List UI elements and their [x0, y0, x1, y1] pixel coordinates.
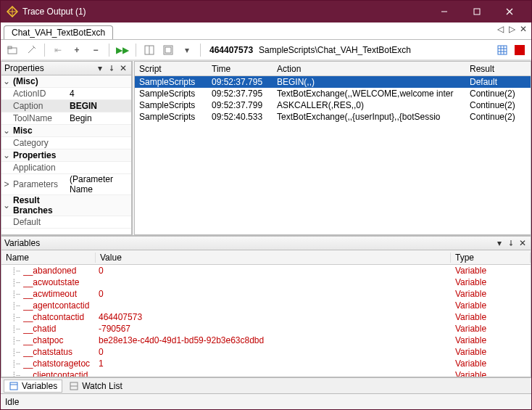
prop-row[interactable]: Application	[1, 162, 131, 174]
titlebar: Trace Output (1)	[1, 1, 531, 22]
panel-dropdown-icon[interactable]: ▾	[95, 63, 105, 73]
trace-header: Script Time Action Result	[135, 62, 531, 76]
tab-variables[interactable]: Variables	[4, 380, 62, 393]
add-icon[interactable]: +	[70, 43, 84, 57]
trace-row[interactable]: SampleScripts09:52:37.795BEGIN(,,)Defaul…	[135, 76, 531, 88]
variable-row[interactable]: ┊┄__chatid-790567Variable	[1, 323, 531, 335]
prop-row[interactable]: CaptionBEGIN	[1, 100, 131, 112]
trace-row[interactable]: SampleScripts09:52:40.533TextBotExchange…	[135, 111, 531, 123]
col-result[interactable]: Result	[465, 64, 531, 74]
bottom-tabstrip: Variables Watch List	[1, 377, 531, 393]
tab-next-button[interactable]: ▷	[507, 24, 517, 34]
col-action[interactable]: Action	[273, 64, 465, 74]
svg-rect-15	[10, 382, 17, 390]
toolbar: ⇤ + − ▶▶ ▾ 464407573 SampleScripts\Chat_…	[1, 40, 531, 60]
layout-dropdown-icon[interactable]: ▾	[180, 43, 194, 57]
prop-group[interactable]: ⌄Result Branches	[1, 195, 131, 216]
svg-rect-1	[474, 9, 480, 15]
variable-row[interactable]: ┊┄__chatstatus0Variable	[1, 346, 531, 358]
variables-title: Variables	[4, 238, 493, 248]
vars-close-icon[interactable]: ✕	[518, 238, 528, 248]
prop-group[interactable]: ⌄Misc	[1, 125, 131, 137]
tab-prev-button[interactable]: ◁	[495, 24, 505, 34]
maximize-button[interactable]	[460, 1, 493, 22]
variable-row[interactable]: ┊┄__clientcontactidVariable	[1, 369, 531, 377]
col-var-value[interactable]: Value	[96, 253, 451, 263]
variable-row[interactable]: ┊┄__abandoned0Variable	[1, 265, 531, 276]
trace-row[interactable]: SampleScripts09:52:37.795TextBotExchange…	[135, 88, 531, 99]
step-back-icon[interactable]: ⇤	[51, 43, 65, 57]
panel-close-icon[interactable]: ✕	[118, 63, 128, 73]
layout1-icon[interactable]	[142, 43, 157, 57]
status-text: Idle	[5, 397, 19, 407]
prop-row[interactable]: >Parameters(Parameter Name	[1, 174, 131, 195]
prop-row[interactable]: Category	[1, 137, 131, 149]
document-tabstrip: Chat_VAH_TextBotExch ◁ ▷ ✕	[1, 22, 531, 40]
variables-tab-icon	[9, 381, 19, 391]
run-icon[interactable]: ▶▶	[115, 43, 130, 57]
panel-pin-icon[interactable]	[107, 63, 117, 73]
script-path: SampleScripts\Chat_VAH_TextBotExch	[259, 45, 411, 55]
variable-row[interactable]: ┊┄__chatpocbe28e13e-c4d0-49d1-bd59-92b3e…	[1, 335, 531, 346]
col-var-name[interactable]: Name	[1, 253, 96, 263]
col-script[interactable]: Script	[135, 64, 207, 74]
prop-row[interactable]: ActionID4	[1, 88, 131, 100]
watch-tab-icon	[69, 381, 79, 391]
status-bar: Idle	[1, 393, 531, 409]
properties-panel: Properties ▾ ✕ ⌄(Misc)ActionID4CaptionBE…	[1, 61, 133, 235]
trace-grid: Script Time Action Result SampleScripts0…	[134, 61, 531, 235]
variable-row[interactable]: ┊┄__chatcontactid464407573Variable	[1, 311, 531, 323]
vars-dropdown-icon[interactable]: ▾	[494, 238, 504, 248]
trace-row[interactable]: SampleScripts09:52:37.799ASKCALLER(,RES,…	[135, 99, 531, 111]
tab-chat-vah[interactable]: Chat_VAH_TextBotExch	[4, 25, 113, 39]
grid-icon[interactable]	[495, 43, 510, 57]
vars-pin-icon[interactable]	[506, 238, 516, 248]
window-title: Trace Output (1)	[22, 7, 428, 17]
remove-icon[interactable]: −	[88, 43, 103, 57]
variable-row[interactable]: ┊┄__acwoutstateVariable	[1, 276, 531, 288]
svg-rect-10	[498, 46, 507, 54]
tools-icon[interactable]	[24, 43, 38, 57]
prop-row[interactable]: ToolNameBegin	[1, 112, 131, 125]
app-icon	[7, 6, 18, 17]
col-time[interactable]: Time	[207, 64, 273, 74]
variable-row[interactable]: ┊┄__acwtimeout0Variable	[1, 288, 531, 300]
prop-row[interactable]: Default	[1, 216, 131, 229]
contact-id: 464407573	[209, 45, 253, 55]
tab-close-button[interactable]: ✕	[518, 24, 528, 34]
tab-watchlist[interactable]: Watch List	[64, 380, 128, 393]
minimize-button[interactable]	[428, 1, 460, 22]
prop-group[interactable]: ⌄Properties	[1, 149, 131, 162]
open-icon[interactable]	[5, 43, 20, 57]
prop-group[interactable]: ⌄(Misc)	[1, 75, 131, 88]
layout2-icon[interactable]	[161, 43, 175, 57]
variable-row[interactable]: ┊┄__agentcontactidVariable	[1, 300, 531, 311]
svg-rect-9	[165, 47, 171, 53]
variables-panel: Variables ▾ ✕ Name Value Type ┊┄__abando…	[1, 235, 531, 393]
col-var-type[interactable]: Type	[451, 253, 531, 263]
close-button[interactable]	[493, 1, 525, 22]
properties-title: Properties	[4, 63, 93, 73]
stop-button[interactable]	[512, 43, 527, 57]
variables-header: Name Value Type	[1, 250, 531, 265]
variable-row[interactable]: ┊┄__chatstoragetoc1Variable	[1, 358, 531, 369]
